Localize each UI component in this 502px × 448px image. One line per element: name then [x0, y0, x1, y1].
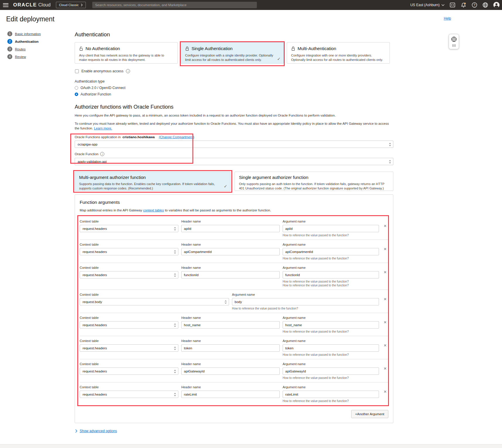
info-icon[interactable]: i — [126, 69, 130, 73]
argument-rows-wrap: Context table request.headers Header nam… — [80, 217, 388, 405]
step-label[interactable]: Routes — [15, 47, 25, 51]
notifications-bell-icon[interactable] — [460, 2, 467, 8]
header-name-input[interactable] — [181, 367, 280, 375]
logo-oracle: ORACLE — [13, 2, 37, 8]
anonymous-access-row: Enable anonymous access i — [75, 69, 393, 73]
cloud-classic-button[interactable]: Cloud Classic — [56, 2, 86, 8]
context-table-select[interactable]: request.headers — [80, 344, 178, 352]
region-label: US East (Ashburn) — [410, 3, 440, 7]
remove-argument-icon[interactable]: × — [384, 246, 387, 252]
step-label[interactable]: Basic information — [15, 32, 41, 36]
function-arguments-heading: Function arguments — [80, 200, 388, 205]
argument-hint: How to reference the value passed to the… — [283, 257, 379, 260]
single-authentication-card[interactable]: Single Authentication Configure integrat… — [181, 42, 284, 64]
context-table-label: Context table — [80, 362, 178, 366]
radio-label: OAuth 2.0 / OpenID Connect — [81, 86, 125, 90]
card-title-label: No Authentication — [86, 46, 120, 51]
argument-name-input[interactable] — [283, 225, 379, 232]
remove-argument-icon[interactable]: × — [384, 296, 387, 302]
argument-name-input[interactable] — [283, 344, 379, 352]
step-label[interactable]: Review — [15, 55, 26, 59]
chevron-down-icon — [441, 4, 445, 6]
header-name-label: Header name — [181, 266, 280, 269]
argument-row: Context table request.headers Header nam… — [80, 240, 388, 263]
argument-name-input[interactable] — [283, 271, 379, 278]
header-name-input[interactable] — [181, 271, 280, 278]
header-name-input[interactable] — [181, 391, 280, 398]
info-icon[interactable]: i — [100, 152, 104, 156]
anonymous-access-checkbox[interactable] — [75, 69, 79, 73]
header-name-input[interactable] — [181, 344, 280, 352]
step-review[interactable]: 4 Review — [7, 54, 69, 59]
no-authentication-card[interactable]: No Authentication Any client that has ne… — [75, 42, 178, 64]
hamburger-menu-icon[interactable] — [3, 3, 8, 7]
learn-more-link[interactable]: Learn more. — [94, 126, 112, 130]
functions-application-select[interactable]: ociapigw-app — [75, 141, 393, 148]
context-table-select[interactable]: request.headers — [80, 248, 178, 255]
radio-label: Authorizer Function — [81, 92, 111, 96]
header-name-label: Header name — [181, 362, 280, 366]
argument-name-input[interactable] — [283, 248, 379, 255]
radio-oauth[interactable]: OAuth 2.0 / OpenID Connect — [75, 86, 393, 90]
header-name-label: Header name — [181, 243, 280, 246]
select-value: request.body — [83, 300, 102, 304]
oracle-cloud-logo: ORACLE Cloud — [13, 2, 51, 8]
remove-argument-icon[interactable]: × — [384, 366, 387, 371]
context-table-select[interactable]: request.headers — [80, 225, 178, 232]
user-avatar[interactable] — [493, 2, 500, 8]
life-ring-icon[interactable] — [451, 36, 457, 42]
another-argument-button[interactable]: +Another Argument — [351, 410, 388, 418]
step-routes[interactable]: 3 Routes — [7, 47, 69, 52]
radio-icon[interactable] — [75, 86, 78, 90]
context-table-label: Context table — [80, 266, 178, 269]
multi-argument-card[interactable]: Multi-argument authorizer function Suppo… — [75, 172, 230, 191]
header-name-label: Header name — [181, 339, 280, 343]
argument-name-input[interactable] — [283, 321, 379, 329]
help-circle-icon[interactable]: ? — [472, 2, 477, 8]
radio-icon[interactable] — [75, 93, 78, 96]
header-name-input[interactable] — [181, 321, 280, 329]
context-table-select[interactable]: request.body — [80, 298, 229, 305]
header-name-input[interactable] — [181, 225, 280, 232]
context-table-label: Context table — [80, 316, 178, 319]
show-advanced-options-link[interactable]: Show advanced options — [80, 429, 117, 433]
remove-argument-icon[interactable]: × — [384, 389, 387, 394]
single-argument-card[interactable]: Single argument authorizer function Only… — [235, 172, 393, 191]
context-table-select[interactable]: request.headers — [80, 321, 178, 329]
language-globe-icon[interactable] — [482, 2, 488, 8]
desc-prefix: Map additional entries in the API Gatewa… — [80, 208, 142, 212]
select-value: request.headers — [83, 370, 107, 373]
compartment-name: cristiano.hoshikawa — [122, 135, 155, 139]
oracle-function-select[interactable]: apply-validation-api — [75, 158, 393, 165]
remove-argument-icon[interactable]: × — [384, 343, 387, 348]
step-basic-information[interactable]: 1 Basic information — [7, 31, 69, 36]
dev-console-icon[interactable] — [450, 2, 455, 8]
argument-name-label: Argument name — [283, 266, 379, 269]
argument-name-input[interactable] — [232, 298, 379, 305]
change-compartment-link[interactable]: (Change Compartment) — [159, 135, 194, 139]
remove-argument-icon[interactable]: × — [384, 223, 387, 229]
remove-argument-icon[interactable]: × — [384, 269, 387, 275]
argument-name-input[interactable] — [283, 391, 379, 398]
context-table-select[interactable]: request.headers — [80, 271, 178, 278]
context-tables-link[interactable]: context tables — [143, 208, 164, 212]
context-table-select[interactable]: request.headers — [80, 391, 178, 398]
grid-dots-icon[interactable] — [452, 44, 456, 47]
svg-text:?: ? — [474, 4, 475, 7]
argument-name-input[interactable] — [283, 367, 379, 375]
help-link[interactable]: Help — [444, 16, 451, 20]
page-title: Edit deployment — [6, 15, 54, 23]
argument-row: Context table request.headers Header nam… — [80, 359, 388, 382]
remove-argument-icon[interactable]: × — [384, 319, 387, 325]
radio-authorizer-function[interactable]: Authorizer Function — [75, 92, 393, 96]
search-input[interactable] — [92, 2, 257, 8]
multi-authentication-card[interactable]: Multi-Authentication Configure integrati… — [287, 42, 390, 64]
header-name-input[interactable] — [181, 248, 280, 255]
intro-2-text: To continue you must have already writte… — [75, 122, 389, 130]
card-title-label: Multi-Authentication — [298, 46, 336, 51]
select-stepper-icon — [174, 323, 176, 328]
select-stepper-icon — [174, 369, 176, 375]
step-authentication[interactable]: 2 Authentication — [7, 39, 69, 44]
context-table-select[interactable]: request.headers — [80, 367, 178, 375]
region-selector[interactable]: US East (Ashburn) — [410, 3, 445, 7]
